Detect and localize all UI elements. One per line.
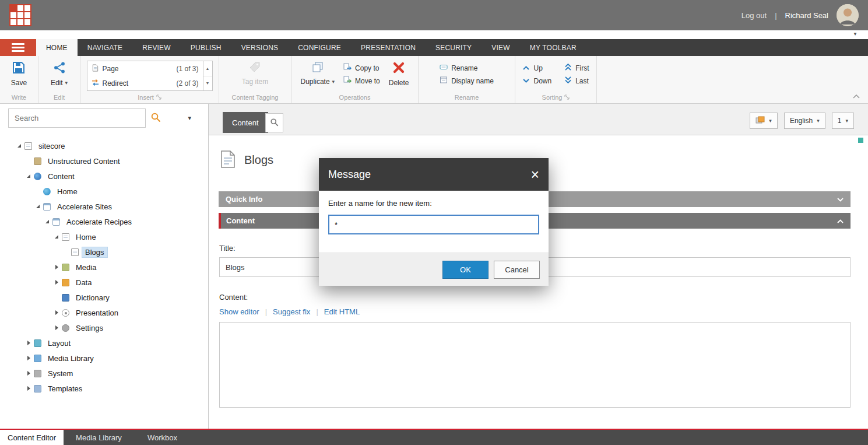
tab-my-toolbar[interactable]: MY TOOLBAR [520, 39, 586, 56]
tree-item-content[interactable]: Content [0, 169, 208, 184]
bottom-tab-media-library[interactable]: Media Library [68, 430, 129, 445]
expander-icon[interactable] [15, 144, 23, 148]
document-icon [24, 142, 32, 150]
expander-icon[interactable] [52, 325, 61, 330]
insert-option-page[interactable]: Page (1 of 3) [87, 61, 203, 76]
dialog-launcher-icon[interactable] [156, 94, 161, 101]
tree-item-home[interactable]: Home [0, 184, 208, 199]
bottom-tab-workbox[interactable]: Workbox [140, 430, 185, 445]
version-dropdown[interactable]: 1 [832, 113, 854, 129]
chevron-down-icon [837, 195, 844, 204]
sort-first-button[interactable]: First [561, 62, 592, 74]
tab-view[interactable]: VIEW [482, 39, 519, 56]
cancel-button[interactable]: Cancel [494, 261, 540, 279]
rename-icon [440, 63, 448, 73]
tab-home[interactable]: HOME [36, 39, 78, 56]
bottom-tab-content-editor[interactable]: Content Editor [0, 430, 64, 445]
tag-item-button[interactable]: Tag item [238, 60, 272, 87]
group-label-sorting: Sorting [515, 92, 596, 103]
logout-link[interactable]: Log out [742, 11, 767, 20]
tab-content[interactable]: Content [223, 112, 268, 133]
close-icon[interactable]: × [530, 167, 539, 182]
expander-icon[interactable] [52, 280, 61, 285]
tree-item-layout[interactable]: Layout [0, 335, 208, 351]
sort-down-button[interactable]: Down [519, 75, 554, 87]
tree-item-settings[interactable]: Settings [0, 320, 208, 335]
tree-item-data[interactable]: Data [0, 275, 208, 290]
tab-review[interactable]: REVIEW [132, 39, 181, 56]
new-item-name-input[interactable] [328, 215, 539, 234]
tree-item-blogs[interactable]: Blogs [0, 244, 208, 260]
show-editor-link[interactable]: Show editor [219, 307, 259, 316]
expander-icon[interactable] [24, 356, 33, 360]
tree-item-unstructured-content[interactable]: Unstructured Content [0, 153, 208, 169]
tab-security[interactable]: SECURITY [426, 39, 482, 56]
profiles-dropdown[interactable] [750, 113, 778, 129]
rename-button[interactable]: Rename [437, 62, 497, 74]
insert-option-redirect[interactable]: Redirect (2 of 3) [87, 76, 203, 90]
search-button[interactable] [146, 108, 166, 128]
language-dropdown[interactable]: English [784, 113, 825, 129]
suggest-fix-link[interactable]: Suggest fix [273, 307, 310, 316]
ribbon-group-sorting: Up Down First [515, 56, 597, 103]
expander-icon[interactable] [24, 174, 33, 178]
hamburger-menu-icon[interactable] [0, 39, 36, 56]
tab-search[interactable] [265, 113, 283, 132]
bottom-app-bar: Content Editor Media Library Workbox [0, 429, 868, 445]
tree-item-templates[interactable]: Templates [0, 381, 208, 396]
expander-icon[interactable] [52, 310, 61, 315]
move-to-button[interactable]: Move to [340, 75, 383, 87]
tree-item-media-library[interactable]: Media Library [0, 351, 208, 366]
edit-html-link[interactable]: Edit HTML [324, 307, 360, 316]
search-input[interactable] [8, 108, 146, 128]
tab-configure[interactable]: CONFIGURE [288, 39, 351, 56]
search-options-caret-icon[interactable]: ▾ [188, 114, 191, 122]
spin-up-icon[interactable]: ▲ [203, 61, 212, 76]
tree-item-accelerate-recipes[interactable]: Accelerate Recipes [0, 214, 208, 229]
edit-button[interactable]: Edit [47, 60, 71, 88]
user-avatar[interactable] [837, 4, 859, 26]
tree-item-presentation[interactable]: Presentation [0, 305, 208, 320]
sort-last-button[interactable]: Last [561, 75, 592, 87]
insert-count: (2 of 3) [176, 79, 198, 87]
expander-icon[interactable] [43, 220, 51, 223]
ribbon-collapse-chevron-icon[interactable] [853, 92, 860, 100]
expander-icon[interactable] [52, 265, 61, 269]
ok-button[interactable]: OK [442, 261, 489, 279]
dialog-prompt: Enter a name for the new item: [328, 199, 432, 208]
tab-publish[interactable]: PUBLISH [181, 39, 231, 56]
content-field-textarea[interactable] [219, 322, 851, 408]
ribbon-group-insert: Page (1 of 3) Redirect (2 of 3) ▲ [80, 56, 219, 103]
sitecore-logo-icon[interactable] [9, 4, 31, 26]
dialog-footer: OK Cancel [319, 253, 549, 286]
scrollbar-marker[interactable] [858, 138, 863, 143]
collapse-caret-icon[interactable]: ▼ [853, 31, 858, 37]
expander-icon[interactable] [34, 205, 42, 208]
tree-item-home-page[interactable]: Home [0, 229, 208, 244]
tab-navigate[interactable]: NAVIGATE [78, 39, 133, 56]
user-name[interactable]: Richard Seal [785, 11, 828, 20]
expander-icon[interactable] [24, 371, 33, 376]
tree-item-media[interactable]: Media [0, 260, 208, 275]
display-name-button[interactable]: Display name [437, 75, 497, 87]
copy-to-button[interactable]: Copy to [340, 62, 383, 74]
tree-item-sitecore[interactable]: sitecore [0, 138, 208, 153]
expander-icon[interactable] [24, 386, 33, 391]
tree-item-system[interactable]: System [0, 366, 208, 381]
tab-presentation[interactable]: PRESENTATION [351, 39, 426, 56]
tab-versions[interactable]: VERSIONS [231, 39, 289, 56]
duplicate-button[interactable]: Duplicate [297, 60, 339, 87]
link-separator [316, 307, 318, 316]
tree-item-dictionary[interactable]: Dictionary [0, 290, 208, 305]
spin-down-icon[interactable]: ▼ [203, 76, 212, 91]
insert-scroll-spinner: ▲ ▼ [203, 61, 212, 90]
save-button[interactable]: Save [8, 60, 30, 88]
tree-item-accelerate-sites[interactable]: Accelerate Sites [0, 199, 208, 214]
folder-icon [34, 157, 41, 165]
expander-icon[interactable] [24, 341, 33, 345]
content-globe-icon [34, 173, 41, 180]
sort-up-button[interactable]: Up [519, 62, 554, 74]
dialog-launcher-icon[interactable] [564, 94, 570, 101]
expander-icon[interactable] [52, 235, 61, 239]
delete-button[interactable]: Delete [385, 60, 413, 88]
